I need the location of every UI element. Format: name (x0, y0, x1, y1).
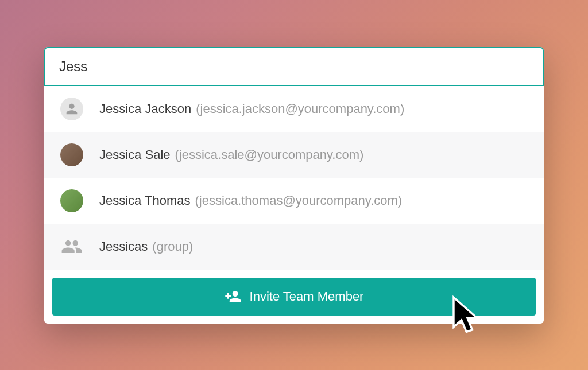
search-input[interactable] (44, 47, 544, 86)
result-name: Jessica Sale (99, 147, 171, 162)
results-list: Jessica Jackson (jessica.jackson@yourcom… (44, 86, 544, 270)
avatar (60, 189, 83, 212)
result-email: (jessica.jackson@yourcompany.com) (196, 102, 404, 116)
avatar (60, 143, 83, 166)
result-item[interactable]: Jessica Thomas (jessica.thomas@yourcompa… (44, 178, 544, 224)
result-text: Jessica Thomas (jessica.thomas@yourcompa… (99, 193, 402, 208)
result-text: Jessicas (group) (99, 239, 193, 254)
result-item[interactable]: Jessicas (group) (44, 224, 544, 270)
result-email: (jessica.sale@yourcompany.com) (175, 147, 364, 162)
search-input-wrapper (44, 47, 544, 86)
result-item[interactable]: Jessica Jackson (jessica.jackson@yourcom… (44, 86, 544, 132)
result-text: Jessica Jackson (jessica.jackson@yourcom… (99, 102, 404, 116)
invite-button-label: Invite Team Member (250, 289, 364, 304)
result-email: (jessica.thomas@yourcompany.com) (195, 193, 403, 208)
autocomplete-dropdown: Jessica Jackson (jessica.jackson@yourcom… (44, 47, 544, 324)
group-icon (60, 235, 83, 258)
person-add-icon (225, 288, 242, 305)
result-name: Jessicas (99, 239, 148, 254)
result-item[interactable]: Jessica Sale (jessica.sale@yourcompany.c… (44, 132, 544, 178)
result-name: Jessica Jackson (99, 102, 191, 116)
person-icon (60, 98, 83, 120)
result-group-label: (group) (152, 239, 193, 254)
result-name: Jessica Thomas (99, 193, 191, 208)
result-text: Jessica Sale (jessica.sale@yourcompany.c… (99, 147, 363, 162)
cursor-icon (451, 295, 483, 339)
